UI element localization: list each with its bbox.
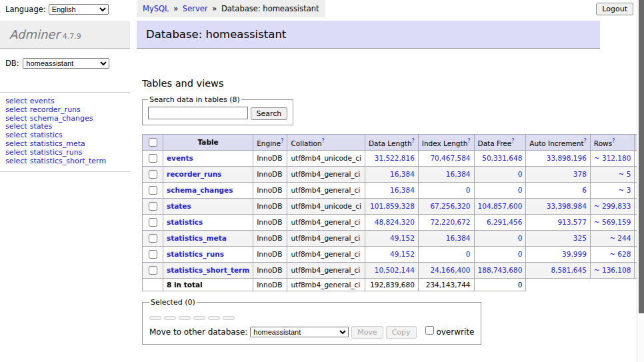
index-length-cell[interactable]: 16,384 bbox=[418, 166, 474, 182]
table-name-cell: statistics_meta bbox=[163, 230, 253, 246]
help-marker[interactable]: ? bbox=[467, 138, 470, 144]
data-free-cell[interactable]: 50,331,648 bbox=[474, 150, 526, 166]
select-link[interactable]: select bbox=[5, 157, 27, 165]
index-length-cell[interactable]: 67,256,320 bbox=[418, 198, 474, 214]
rows-cell[interactable]: ~ 244 bbox=[590, 230, 635, 246]
search-button[interactable]: Search bbox=[251, 107, 288, 120]
table-name-link[interactable]: schema_changes bbox=[167, 186, 233, 194]
breadcrumb-server-link[interactable]: Server bbox=[183, 4, 208, 13]
selected-action-button[interactable] bbox=[223, 316, 235, 320]
select-link[interactable]: select bbox=[5, 122, 27, 131]
table-name-link[interactable]: events bbox=[167, 154, 193, 162]
table-name-link[interactable]: recorder_runs bbox=[167, 170, 221, 178]
language-select[interactable]: English bbox=[49, 4, 109, 15]
select-all-cell bbox=[143, 134, 163, 150]
breadcrumb-mysql-link[interactable]: MySQL bbox=[143, 4, 169, 13]
rows-cell[interactable]: ~ 312,180 bbox=[590, 150, 635, 166]
rows-cell[interactable]: ~ 299,833 bbox=[590, 198, 635, 214]
data-length-cell[interactable]: 16,384 bbox=[365, 182, 418, 198]
table-link[interactable]: statistics bbox=[30, 131, 63, 139]
collation-cell: utf8mb4_general_ci bbox=[287, 262, 365, 278]
rows-cell[interactable]: ~ 3 bbox=[590, 182, 635, 198]
move-button[interactable]: Move bbox=[351, 326, 383, 339]
select-all-checkbox[interactable] bbox=[149, 138, 157, 147]
table-link[interactable]: states bbox=[30, 122, 53, 131]
row-checkbox[interactable] bbox=[149, 250, 157, 259]
select-link[interactable]: select bbox=[5, 97, 27, 105]
selected-action-button[interactable] bbox=[193, 316, 205, 320]
data-length-cell[interactable]: 16,384 bbox=[365, 166, 418, 182]
table-name-link[interactable]: statistics_runs bbox=[167, 250, 224, 258]
search-input[interactable] bbox=[148, 107, 248, 119]
data-length-cell[interactable]: 101,859,328 bbox=[365, 198, 418, 214]
table-link[interactable]: events bbox=[30, 97, 55, 105]
index-length-cell[interactable]: 72,220,672 bbox=[418, 214, 474, 230]
help-marker[interactable]: ? bbox=[322, 138, 325, 144]
row-checkbox[interactable] bbox=[149, 154, 157, 163]
table-link[interactable]: recorder_runs bbox=[30, 105, 81, 114]
data-length-cell[interactable]: 31,522,816 bbox=[365, 150, 418, 166]
help-marker[interactable]: ? bbox=[612, 138, 615, 144]
data-free-cell[interactable]: 188,743,680 bbox=[474, 262, 526, 278]
select-link[interactable]: select bbox=[5, 105, 27, 114]
data-free-cell[interactable]: 0 bbox=[474, 246, 526, 262]
help-marker[interactable]: ? bbox=[511, 138, 514, 144]
data-free-cell[interactable]: 0 bbox=[474, 166, 526, 182]
index-length-cell[interactable]: 16,384 bbox=[418, 230, 474, 246]
help-marker[interactable]: ? bbox=[584, 138, 587, 144]
table-name-link[interactable]: statistics bbox=[167, 218, 203, 226]
data-length-cell[interactable]: 49,152 bbox=[365, 230, 418, 246]
row-checkbox[interactable] bbox=[149, 266, 157, 275]
scrollbar-track[interactable] bbox=[637, 0, 644, 362]
row-checkbox[interactable] bbox=[149, 186, 157, 195]
selected-buttons bbox=[149, 311, 474, 320]
index-length-cell[interactable]: 70,467,584 bbox=[418, 150, 474, 166]
move-database-select[interactable]: homeassistant bbox=[250, 327, 349, 337]
index-length-cell[interactable]: 24,166,400 bbox=[418, 262, 474, 278]
table-row: schema_changes InnoDB utf8mb4_general_ci… bbox=[143, 182, 644, 198]
table-link[interactable]: statistics_short_term bbox=[30, 157, 106, 165]
sidebar-table-item: selectstatistics_meta bbox=[5, 140, 130, 149]
table-link[interactable]: statistics_meta bbox=[30, 139, 85, 148]
totals-data-free-cell: 0 bbox=[474, 278, 526, 291]
scrollbar-thumb[interactable] bbox=[639, 0, 644, 313]
row-checkbox[interactable] bbox=[149, 218, 157, 227]
help-marker[interactable]: ? bbox=[281, 138, 283, 144]
index-length-cell[interactable]: 0 bbox=[418, 182, 474, 198]
table-link[interactable]: statistics_runs bbox=[30, 148, 83, 157]
copy-button[interactable]: Copy bbox=[386, 326, 417, 339]
data-length-cell[interactable]: 10,502,144 bbox=[365, 262, 418, 278]
overwrite-checkbox[interactable] bbox=[425, 326, 434, 335]
rows-cell[interactable]: ~ 136,108 bbox=[590, 262, 635, 278]
data-length-cell[interactable]: 49,152 bbox=[365, 246, 418, 262]
table-name-link[interactable]: states bbox=[167, 202, 191, 210]
row-checkbox[interactable] bbox=[149, 170, 157, 179]
select-link[interactable]: select bbox=[5, 148, 27, 157]
row-checkbox[interactable] bbox=[149, 234, 157, 243]
data-free-cell[interactable]: 104,857,600 bbox=[474, 198, 526, 214]
rows-cell[interactable]: ~ 628 bbox=[590, 246, 635, 262]
selected-action-button[interactable] bbox=[208, 316, 220, 320]
help-marker[interactable]: ? bbox=[412, 138, 415, 144]
index-length-cell[interactable]: 0 bbox=[418, 246, 474, 262]
language-label: Language: bbox=[5, 5, 46, 14]
data-free-cell[interactable]: 0 bbox=[474, 182, 526, 198]
table-link[interactable]: schema_changes bbox=[30, 114, 93, 123]
select-link[interactable]: select bbox=[5, 139, 27, 148]
table-name-link[interactable]: statistics_short_term bbox=[167, 266, 249, 274]
select-link[interactable]: select bbox=[5, 114, 27, 123]
selected-action-button[interactable] bbox=[179, 316, 191, 320]
table-name-link[interactable]: statistics_meta bbox=[167, 234, 227, 242]
selected-action-button[interactable] bbox=[164, 316, 176, 320]
rows-cell[interactable]: ~ 5 bbox=[590, 166, 635, 182]
select-link[interactable]: select bbox=[5, 131, 27, 139]
row-checkbox[interactable] bbox=[149, 202, 157, 211]
collation-cell: utf8mb4_general_ci bbox=[287, 230, 365, 246]
data-free-cell[interactable]: 6,291,456 bbox=[474, 214, 526, 230]
rows-cell[interactable]: ~ 569,159 bbox=[590, 214, 635, 230]
data-free-cell[interactable]: 0 bbox=[474, 230, 526, 246]
db-select[interactable]: homeassistant bbox=[23, 58, 109, 69]
selected-action-button[interactable] bbox=[149, 316, 161, 320]
data-length-cell[interactable]: 48,824,320 bbox=[365, 214, 418, 230]
logout-button[interactable]: Logout bbox=[596, 3, 633, 15]
